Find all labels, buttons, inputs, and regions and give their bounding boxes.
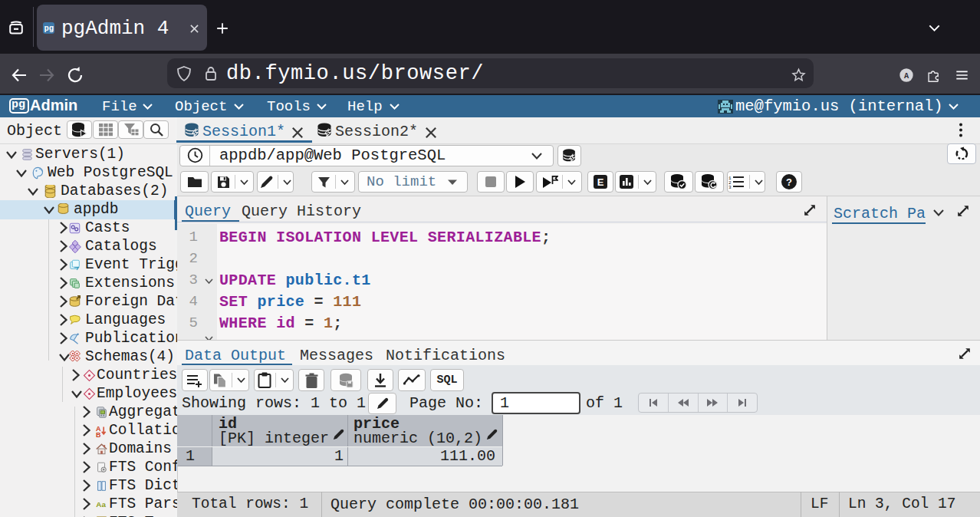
svg-text:B: B [96, 431, 101, 437]
svg-text:?: ? [786, 176, 792, 188]
svg-text:3: 3 [728, 185, 732, 189]
svg-text:Aa: Aa [96, 500, 106, 509]
svg-text:A: A [904, 71, 909, 81]
svg-text:E: E [597, 176, 604, 188]
